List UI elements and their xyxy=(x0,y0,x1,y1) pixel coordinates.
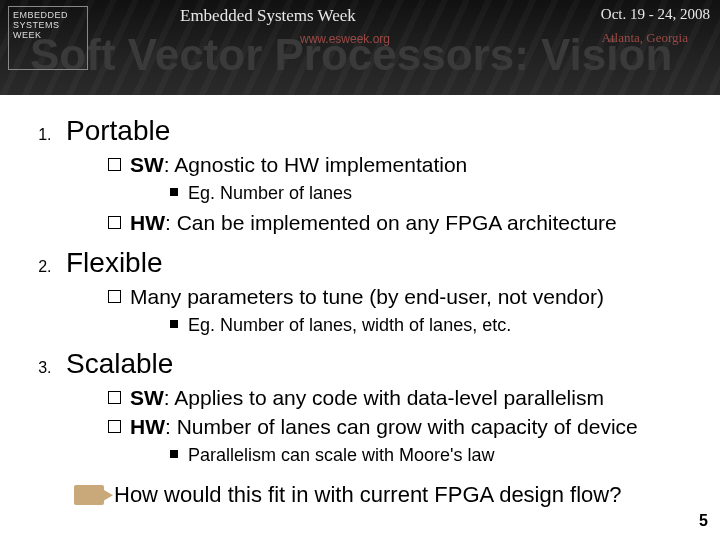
pointing-hand-icon xyxy=(74,485,104,505)
scalable-hw-text: : Number of lanes can grow with capacity… xyxy=(165,415,638,438)
final-question-row: How would this fit in with current FPGA … xyxy=(74,482,690,508)
item-flexible: Flexible Many parameters to tune (by end… xyxy=(56,247,690,339)
scalable-hw: HW: Number of lanes can grow with capaci… xyxy=(108,413,690,469)
scalable-sw-text: : Applies to any code with data-level pa… xyxy=(164,386,604,409)
flexible-params: Many parameters to tune (by end-user, no… xyxy=(108,283,690,339)
flexible-eg-list: Eg. Number of lanes, width of lanes, etc… xyxy=(170,313,690,338)
slide-body: Portable SW: Agnostic to HW implementati… xyxy=(0,95,720,508)
heading-flexible: Flexible xyxy=(66,247,162,278)
portable-sw-eg: Eg. Number of lanes xyxy=(170,181,690,206)
heading-portable: Portable xyxy=(66,115,170,146)
item-portable: Portable SW: Agnostic to HW implementati… xyxy=(56,115,690,237)
banner-url: www.esweek.org xyxy=(300,32,390,46)
scalable-eg-list: Parallelism can scale with Moore's law xyxy=(170,443,690,468)
banner-dates: Oct. 19 - 24, 2008 xyxy=(601,6,710,26)
hw-label: HW xyxy=(130,211,165,234)
heading-scalable: Scalable xyxy=(66,348,173,379)
portable-sw: SW: Agnostic to HW implementation Eg. Nu… xyxy=(108,151,690,207)
page-number: 5 xyxy=(699,512,708,530)
main-ordered-list: Portable SW: Agnostic to HW implementati… xyxy=(56,115,690,468)
final-question: How would this fit in with current FPGA … xyxy=(114,482,621,508)
banner-location: Atlanta, Georgia xyxy=(602,30,688,46)
sw-label: SW xyxy=(130,153,164,176)
portable-sw-eg-list: Eg. Number of lanes xyxy=(170,181,690,206)
scalable-sublist: SW: Applies to any code with data-level … xyxy=(108,384,690,468)
banner-event-name: Embedded Systems Week xyxy=(180,6,356,26)
portable-sublist: SW: Agnostic to HW implementation Eg. Nu… xyxy=(108,151,690,237)
item-scalable: Scalable SW: Applies to any code with da… xyxy=(56,348,690,468)
portable-hw-text: : Can be implemented on any FPGA archite… xyxy=(165,211,617,234)
logo-line3: WEEK xyxy=(13,31,83,41)
flexible-sublist: Many parameters to tune (by end-user, no… xyxy=(108,283,690,339)
scalable-eg: Parallelism can scale with Moore's law xyxy=(170,443,690,468)
portable-sw-text: : Agnostic to HW implementation xyxy=(164,153,467,176)
esweek-logo: EMBEDDED SYSTEMS WEEK xyxy=(8,6,88,70)
conference-banner: Soft Vector Processors: Vision EMBEDDED … xyxy=(0,0,720,95)
scalable-sw: SW: Applies to any code with data-level … xyxy=(108,384,690,412)
hw-label-2: HW xyxy=(130,415,165,438)
sw-label-2: SW xyxy=(130,386,164,409)
portable-hw: HW: Can be implemented on any FPGA archi… xyxy=(108,209,690,237)
flexible-params-text: Many parameters to tune (by end-user, no… xyxy=(130,285,604,308)
flexible-eg: Eg. Number of lanes, width of lanes, etc… xyxy=(170,313,690,338)
